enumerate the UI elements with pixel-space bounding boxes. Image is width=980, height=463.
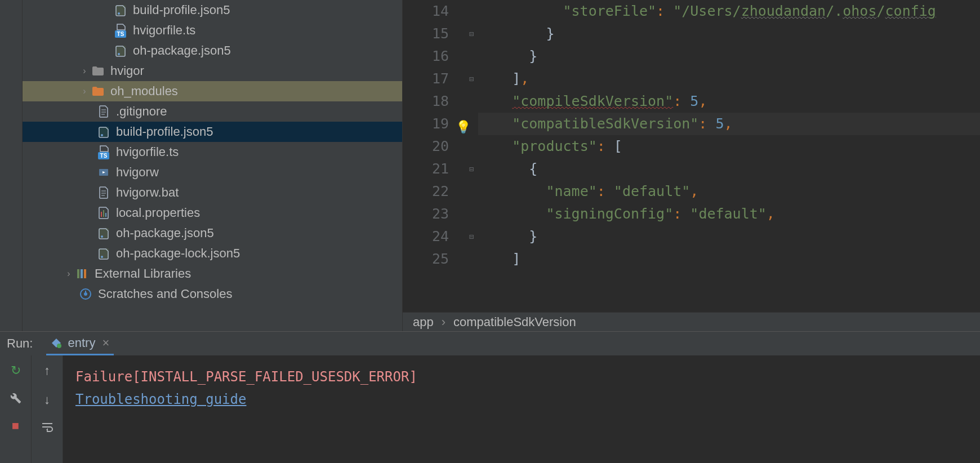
tree-item[interactable]: hvigorw	[23, 162, 402, 182]
tree-item-label: build-profile.json5	[116, 124, 213, 139]
line-number[interactable]: 19	[403, 113, 449, 135]
tree-item[interactable]: ›oh_modules	[23, 81, 402, 101]
run-output[interactable]: Failure[INSTALL_PARSE_FAILED_USESDK_ERRO…	[63, 355, 980, 463]
tree-item-label: oh-package-lock.json5	[116, 246, 240, 261]
chevron-right-icon: ›	[79, 66, 90, 76]
line-number[interactable]: 25	[403, 248, 449, 270]
line-number-gutter[interactable]: 141516171819202122232425	[403, 0, 465, 312]
tree-item[interactable]: hvigorw.bat	[23, 182, 402, 203]
wrench-icon[interactable]	[10, 393, 21, 404]
code-line[interactable]: "storeFile": "/Users/zhoudandan/.ohos/co…	[478, 0, 980, 23]
tree-item[interactable]: ›External Libraries	[23, 264, 402, 284]
code-line[interactable]: "compileSdkVersion": 5,	[478, 90, 980, 113]
exec-icon	[96, 167, 112, 178]
svg-rect-9	[103, 210, 104, 217]
file-icon	[96, 186, 112, 199]
ts-icon: TS	[96, 145, 112, 159]
troubleshooting-link[interactable]: Troubleshooting guide	[75, 391, 246, 407]
svg-point-12	[101, 235, 103, 238]
fold-marker	[465, 45, 478, 68]
line-number[interactable]: 15	[403, 23, 449, 45]
code-line[interactable]: }	[478, 225, 980, 248]
tree-item-label: .gitignore	[116, 104, 167, 119]
line-number[interactable]: 23	[403, 203, 449, 225]
module-icon	[51, 337, 62, 349]
line-number[interactable]: 24	[403, 225, 449, 248]
fold-column[interactable]: ⊟⊟⊟⊟	[465, 0, 478, 312]
project-tree[interactable]: build-profile.json5TShvigorfile.tsoh-pac…	[23, 0, 403, 331]
fold-marker	[465, 180, 478, 203]
tree-item-label: hvigorw.bat	[116, 185, 179, 200]
svg-rect-16	[81, 269, 83, 278]
json5-icon	[96, 247, 112, 260]
svg-rect-8	[101, 212, 102, 217]
chevron-right-icon: ›	[63, 269, 74, 279]
breadcrumb-segment[interactable]: app	[413, 315, 434, 330]
arrow-down-icon[interactable]: ↓	[44, 393, 50, 407]
run-panel-title: Run:	[7, 336, 33, 351]
line-number[interactable]: 17	[403, 68, 449, 90]
breadcrumb[interactable]: app › compatibleSdkVersion	[403, 312, 980, 331]
run-tab-entry[interactable]: entry ×	[46, 332, 114, 355]
line-number[interactable]: 20	[403, 135, 449, 158]
code-content[interactable]: "storeFile": "/Users/zhoudandan/.ohos/co…	[478, 0, 980, 312]
folder-orange-icon	[90, 86, 106, 96]
stop-icon[interactable]: ■	[12, 419, 19, 433]
folder-icon	[90, 66, 106, 76]
soft-wrap-icon[interactable]	[41, 422, 54, 432]
fold-marker	[465, 248, 478, 270]
svg-point-5	[101, 134, 103, 136]
editor-pane: 141516171819202122232425 ⊟⊟⊟⊟ "storeFile…	[403, 0, 980, 331]
code-line[interactable]: }	[478, 23, 980, 45]
run-panel: Run: entry × ↻ ■ ↑ ↓	[0, 331, 980, 463]
fold-marker[interactable]: ⊟	[465, 23, 478, 45]
line-number[interactable]: 22	[403, 180, 449, 203]
chevron-right-icon: ›	[79, 86, 90, 96]
fold-marker	[465, 0, 478, 23]
code-line[interactable]: }	[478, 45, 980, 68]
tree-item[interactable]: oh-package.json5	[23, 41, 402, 61]
fold-marker	[465, 203, 478, 225]
svg-rect-15	[77, 269, 79, 278]
lightbulb-icon[interactable]: 💡	[456, 116, 471, 139]
svg-rect-10	[105, 213, 106, 217]
line-number[interactable]: 21	[403, 158, 449, 180]
line-number[interactable]: 14	[403, 0, 449, 23]
tree-item[interactable]: TShvigorfile.ts	[23, 20, 402, 41]
breadcrumb-segment[interactable]: compatibleSdkVersion	[453, 315, 576, 330]
tree-item[interactable]: Scratches and Consoles	[23, 284, 402, 304]
svg-point-3	[118, 53, 120, 55]
code-line[interactable]: "products": [	[478, 135, 980, 158]
fold-marker[interactable]: ⊟	[465, 68, 478, 90]
tree-item[interactable]: oh-package-lock.json5	[23, 243, 402, 264]
fold-marker[interactable]: ⊟	[465, 225, 478, 248]
line-number[interactable]: 18	[403, 90, 449, 113]
tree-item-label: hvigorfile.ts	[116, 145, 179, 159]
fold-marker	[465, 90, 478, 113]
tree-item[interactable]: build-profile.json5	[23, 0, 402, 20]
tree-item[interactable]: build-profile.json5	[23, 122, 402, 142]
line-number[interactable]: 16	[403, 45, 449, 68]
code-line[interactable]: ]	[478, 248, 980, 270]
tree-item-label: local.properties	[116, 206, 200, 220]
svg-point-21	[57, 344, 61, 348]
code-line[interactable]: "signingConfig": "default",	[478, 203, 980, 225]
tree-item-label: Scratches and Consoles	[98, 287, 232, 301]
run-tab-label: entry	[68, 336, 95, 350]
json5-icon	[96, 227, 112, 239]
tree-item[interactable]: local.properties	[23, 203, 402, 223]
tree-item[interactable]: .gitignore	[23, 101, 402, 122]
tree-item[interactable]: oh-package.json5	[23, 223, 402, 243]
tree-item[interactable]: ›hvigor	[23, 61, 402, 81]
code-line[interactable]: "name": "default",	[478, 180, 980, 203]
tree-item[interactable]: TShvigorfile.ts	[23, 142, 402, 162]
code-line[interactable]: {	[478, 158, 980, 180]
fold-marker[interactable]: ⊟	[465, 158, 478, 180]
arrow-up-icon[interactable]: ↑	[44, 363, 50, 378]
close-icon[interactable]: ×	[102, 336, 109, 350]
rerun-icon[interactable]: ↻	[11, 363, 21, 378]
tree-item-label: oh_modules	[110, 84, 178, 99]
code-line[interactable]: 💡 "compatibleSdkVersion": 5,	[478, 113, 980, 135]
code-line[interactable]: ],	[478, 68, 980, 90]
chevron-right-icon: ›	[442, 315, 446, 330]
